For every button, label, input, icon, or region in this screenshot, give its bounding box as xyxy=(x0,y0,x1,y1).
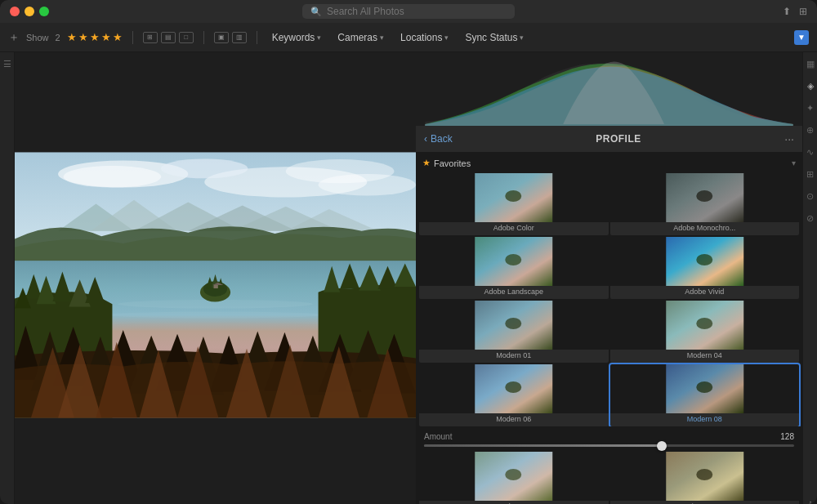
more-options-button[interactable]: ··· xyxy=(784,132,794,145)
show-label: Show xyxy=(26,33,49,42)
svg-point-79 xyxy=(696,469,712,480)
view-photo-icon[interactable]: ▣ xyxy=(214,32,229,43)
profile-icon[interactable]: ◈ xyxy=(807,81,814,91)
amount-label: Amount xyxy=(424,432,452,441)
search-input[interactable] xyxy=(327,6,490,17)
star-rating-filter[interactable]: ★ ★ ★ ★ ★ xyxy=(67,31,123,43)
chevron-down-icon: ▾ xyxy=(317,33,321,42)
svg-point-63 xyxy=(696,190,712,202)
slider-fill xyxy=(424,444,664,447)
preset-label: Adobe Landscape xyxy=(419,286,609,299)
keywords-dropdown[interactable]: Keywords ▾ xyxy=(267,29,327,46)
view-list-icon[interactable]: ▤ xyxy=(161,32,176,43)
geometry-icon[interactable]: ⊘ xyxy=(806,213,814,224)
svg-point-65 xyxy=(505,254,521,265)
add-icon[interactable]: ＋ xyxy=(8,30,20,45)
toolbar-left: ＋ Show 2 ★ ★ ★ ★ ★ ⊞ ▤ □ ▣ ▥ Keywords ▾ … xyxy=(8,29,788,46)
separator-1 xyxy=(132,31,133,44)
star-4: ★ xyxy=(101,31,111,43)
cameras-dropdown[interactable]: Cameras ▾ xyxy=(333,29,389,46)
nav-icon-1[interactable]: ☰ xyxy=(3,59,11,69)
photo-viewer xyxy=(15,52,416,504)
star-5: ★ xyxy=(113,31,123,43)
back-chevron-icon: ‹ xyxy=(424,133,427,145)
title-bar-actions: ⬆ ⊞ xyxy=(783,6,807,17)
traffic-lights xyxy=(10,7,49,16)
sync-status-dropdown[interactable]: Sync Status ▾ xyxy=(460,29,529,46)
svg-point-73 xyxy=(505,381,521,393)
preset-adobe-color[interactable]: Adobe Color xyxy=(419,173,609,235)
view-compare-icon[interactable]: ▥ xyxy=(232,32,247,43)
view-square-icon[interactable]: □ xyxy=(179,32,194,43)
right-panel-container: ‹ Back PROFILE ··· ★ Favorites ▾ xyxy=(416,52,817,504)
main-area: ☰ xyxy=(0,52,817,504)
hsl-icon[interactable]: ⊕ xyxy=(806,125,814,136)
view-grid-icon[interactable]: ⊞ xyxy=(143,32,158,43)
star-1: ★ xyxy=(67,31,77,43)
panel-header: ‹ Back PROFILE ··· xyxy=(416,126,802,153)
view-icons: ⊞ ▤ □ xyxy=(143,32,194,43)
svg-point-75 xyxy=(696,381,712,393)
svg-point-6 xyxy=(319,173,416,195)
amount-row: Amount 128 xyxy=(424,432,794,441)
preset-modern06[interactable]: Modern 06 xyxy=(419,364,609,426)
svg-point-71 xyxy=(696,318,712,329)
favorites-section[interactable]: ★ Favorites ▾ xyxy=(416,153,802,173)
preset-label: Vintage 08 xyxy=(610,501,800,504)
histogram-area xyxy=(416,52,802,126)
preset-vintage08[interactable]: Vintage 08 xyxy=(610,452,800,504)
preset-adobe-landscape[interactable]: Adobe Landscape xyxy=(419,237,609,299)
grid-icon[interactable]: ⊞ xyxy=(799,6,807,17)
brush-icon[interactable]: ✦ xyxy=(806,103,814,114)
effects-icon[interactable]: ℹ xyxy=(809,500,812,504)
svg-point-16 xyxy=(96,323,335,328)
slider-thumb[interactable] xyxy=(657,441,667,451)
preset-modern10[interactable]: Modern 10 xyxy=(419,452,609,504)
svg-point-69 xyxy=(505,318,521,329)
preset-modern08[interactable]: Modern 08 xyxy=(610,364,800,426)
svg-point-2 xyxy=(64,166,161,188)
preset-label: Modern 04 xyxy=(610,350,800,363)
svg-point-67 xyxy=(696,254,712,265)
right-content: ‹ Back PROFILE ··· ★ Favorites ▾ xyxy=(416,52,802,504)
panel-title: PROFILE xyxy=(459,133,779,145)
star-3: ★ xyxy=(90,31,100,43)
lens-icon[interactable]: ⊙ xyxy=(806,191,814,202)
histogram-icon[interactable]: ▦ xyxy=(806,59,815,69)
svg-point-15 xyxy=(107,311,324,318)
detail-icon[interactable]: ⊞ xyxy=(806,169,814,180)
title-bar: 🔍 ⬆ ⊞ xyxy=(0,0,817,23)
preset-modern01[interactable]: Modern 01 xyxy=(419,301,609,363)
preset-label: Modern 08 xyxy=(610,413,800,426)
search-bar[interactable]: 🔍 xyxy=(302,4,515,19)
svg-rect-22 xyxy=(214,285,218,288)
close-button[interactable] xyxy=(10,7,20,16)
preset-adobe-vivid[interactable]: Adobe Vivid xyxy=(610,237,800,299)
svg-point-61 xyxy=(505,190,521,202)
preset-label: Adobe Color xyxy=(419,222,609,235)
tone-curve-icon[interactable]: ∿ xyxy=(806,147,814,158)
chevron-down-icon-4: ▾ xyxy=(520,33,524,42)
favorites-chevron-icon: ▾ xyxy=(792,158,796,167)
preset-adobe-mono[interactable]: Adobe Monochro... xyxy=(610,173,800,235)
fullscreen-button[interactable] xyxy=(39,7,49,16)
preset-modern04[interactable]: Modern 04 xyxy=(610,301,800,363)
amount-section: Amount 128 xyxy=(416,426,802,452)
amount-value: 128 xyxy=(780,432,794,441)
separator-2 xyxy=(203,31,204,44)
separator-3 xyxy=(257,31,257,44)
preset-label: Modern 10 xyxy=(419,501,609,504)
locations-dropdown[interactable]: Locations ▾ xyxy=(395,29,453,46)
preset-label: Adobe Vivid xyxy=(610,286,800,299)
chevron-down-icon-3: ▾ xyxy=(444,33,449,42)
toolbar: ＋ Show 2 ★ ★ ★ ★ ★ ⊞ ▤ □ ▣ ▥ Keywords ▾ … xyxy=(0,23,817,52)
share-icon[interactable]: ⬆ xyxy=(783,6,791,17)
amount-slider-track[interactable] xyxy=(424,444,794,447)
view-icons-2: ▣ ▥ xyxy=(214,32,247,43)
favorites-star-icon: ★ xyxy=(422,158,431,168)
profile-grid: Adobe Color xyxy=(416,173,802,426)
back-button[interactable]: ‹ Back xyxy=(424,133,453,145)
photo-display xyxy=(15,85,416,485)
minimize-button[interactable] xyxy=(25,7,34,16)
filter-icon[interactable]: ▼ xyxy=(794,30,809,45)
